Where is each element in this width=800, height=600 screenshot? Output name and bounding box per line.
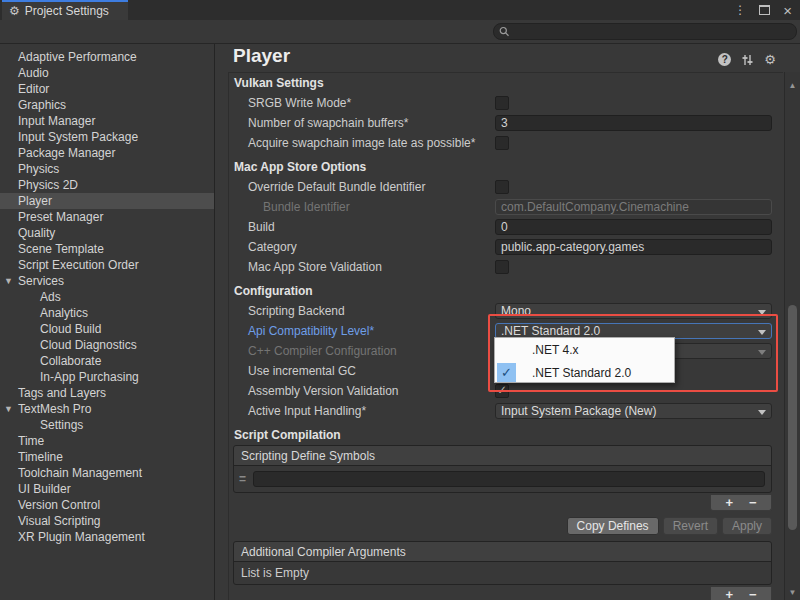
search-box[interactable] xyxy=(493,23,797,40)
search-icon xyxy=(499,26,509,37)
sidebar-item-in-app-purchasing[interactable]: In-App Purchasing xyxy=(0,369,214,385)
empty-list-label: List is Empty xyxy=(234,562,771,584)
maximize-icon[interactable] xyxy=(759,5,770,15)
sidebar-item-label: Services xyxy=(18,274,64,288)
sidebar-item-collaborate[interactable]: Collaborate xyxy=(0,353,214,369)
acquire-swapchain-checkbox[interactable] xyxy=(495,136,509,150)
swapchain-buffers-input[interactable] xyxy=(495,115,772,131)
row-category: Category xyxy=(233,237,772,257)
define-symbol-input[interactable] xyxy=(253,471,765,487)
field-label: Override Default Bundle Identifier xyxy=(233,180,495,194)
sidebar-item-input-manager[interactable]: Input Manager xyxy=(0,113,214,129)
field-label: Acquire swapchain image late as possible… xyxy=(233,136,495,150)
dropdown-option-net-4x[interactable]: .NET 4.x xyxy=(495,338,674,361)
field-label: Active Input Handling* xyxy=(233,404,495,418)
row-swapchain-buffers: Number of swapchain buffers* xyxy=(233,113,772,133)
assembly-validation-checkbox[interactable] xyxy=(495,384,509,398)
settings-scroll-area: Vulkan Settings SRGB Write Mode* Number … xyxy=(228,72,783,600)
field-label: C++ Compiler Configuration xyxy=(233,344,495,358)
srgb-write-mode-checkbox[interactable] xyxy=(495,96,509,110)
scripting-backend-dropdown[interactable]: Mono xyxy=(495,303,772,319)
sidebar-item-version-control[interactable]: Version Control xyxy=(0,497,214,513)
define-symbols-header: Scripting Define Symbols xyxy=(234,446,771,466)
window-menu-icon[interactable]: ⋮ xyxy=(734,3,746,17)
sidebar-item-preset-manager[interactable]: Preset Manager xyxy=(0,209,214,225)
sidebar-item-cloud-diagnostics[interactable]: Cloud Diagnostics xyxy=(0,337,214,353)
expander-icon[interactable]: ▼ xyxy=(4,273,13,289)
sidebar-item-textmesh-pro[interactable]: ▼ TextMesh Pro xyxy=(0,401,214,417)
tab-project-settings[interactable]: ⚙ Project Settings xyxy=(2,0,128,20)
add-button[interactable]: + xyxy=(725,496,733,509)
sidebar-item-analytics[interactable]: Analytics xyxy=(0,305,214,321)
sidebar-item-timeline[interactable]: Timeline xyxy=(0,449,214,465)
vertical-scrollbar[interactable]: ▲ ▼ xyxy=(784,72,800,600)
field-label: SRGB Write Mode* xyxy=(233,96,495,110)
row-bundle-identifier: Bundle Identifier xyxy=(233,197,772,217)
settings-gear-icon: ⚙ xyxy=(9,5,20,17)
scrollbar-thumb[interactable] xyxy=(788,305,797,530)
sidebar-item-scene-template[interactable]: Scene Template xyxy=(0,241,214,257)
override-bundle-id-checkbox[interactable] xyxy=(495,180,509,194)
add-button[interactable]: + xyxy=(725,588,733,600)
mac-validation-checkbox[interactable] xyxy=(495,260,509,274)
remove-button[interactable]: − xyxy=(749,588,757,600)
sidebar-item-tags-and-layers[interactable]: Tags and Layers xyxy=(0,385,214,401)
sidebar-item-time[interactable]: Time xyxy=(0,433,214,449)
scroll-down-icon[interactable]: ▼ xyxy=(785,588,800,597)
row-assembly-validation: Assembly Version Validation xyxy=(233,381,772,401)
scroll-up-icon[interactable]: ▲ xyxy=(785,81,800,90)
additional-compiler-arguments-box: Additional Compiler Arguments List is Em… xyxy=(233,541,772,585)
preset-icon[interactable] xyxy=(741,54,754,66)
gear-icon[interactable]: ⚙ xyxy=(764,53,776,66)
row-srgb-write-mode: SRGB Write Mode* xyxy=(233,93,772,113)
selected-check-icon: ✓ xyxy=(497,363,516,382)
row-scripting-backend: Scripting Backend Mono xyxy=(233,301,772,321)
scripting-define-symbols-box: Scripting Define Symbols = xyxy=(233,445,772,493)
title-bar: ⚙ Project Settings ⋮ × xyxy=(0,0,800,20)
row-mac-validation: Mac App Store Validation xyxy=(233,257,772,277)
api-compatibility-popup: .NET 4.x ✓ .NET Standard 2.0 xyxy=(494,337,675,383)
sidebar-item-package-manager[interactable]: Package Manager xyxy=(0,145,214,161)
sidebar-item-visual-scripting[interactable]: Visual Scripting xyxy=(0,513,214,529)
dropdown-option-net-standard-20[interactable]: ✓ .NET Standard 2.0 xyxy=(495,361,674,384)
sidebar-item-physics-2d[interactable]: Physics 2D xyxy=(0,177,214,193)
search-input[interactable] xyxy=(513,24,796,39)
remove-button[interactable]: − xyxy=(749,496,757,509)
toolbar xyxy=(0,20,800,44)
field-label: Mac App Store Validation xyxy=(233,260,495,274)
sidebar-item-toolchain-management[interactable]: Toolchain Management xyxy=(0,465,214,481)
sidebar-item-input-system-package[interactable]: Input System Package xyxy=(0,129,214,145)
sidebar-item-tmp-settings[interactable]: Settings xyxy=(0,417,214,433)
active-input-handling-dropdown[interactable]: Input System Package (New) xyxy=(495,403,772,419)
field-label: Number of swapchain buffers* xyxy=(233,116,495,130)
expander-icon[interactable]: ▼ xyxy=(4,401,13,417)
sidebar-item-physics[interactable]: Physics xyxy=(0,161,214,177)
sidebar-item-ads[interactable]: Ads xyxy=(0,289,214,305)
drag-handle-icon[interactable]: = xyxy=(239,472,245,486)
help-icon[interactable]: ? xyxy=(718,53,731,66)
sidebar-item-graphics[interactable]: Graphics xyxy=(0,97,214,113)
copy-defines-button[interactable]: Copy Defines xyxy=(567,517,659,535)
tab-title: Project Settings xyxy=(25,4,109,18)
sidebar-item-editor[interactable]: Editor xyxy=(0,81,214,97)
section-script-compilation: Script Compilation xyxy=(233,425,772,445)
close-icon[interactable]: × xyxy=(783,3,792,18)
sidebar-item-script-execution-order[interactable]: Script Execution Order xyxy=(0,257,214,273)
page-title: Player xyxy=(233,45,290,67)
build-input[interactable] xyxy=(495,219,772,235)
sidebar-item-adaptive-performance[interactable]: Adaptive Performance xyxy=(0,49,214,65)
category-input[interactable] xyxy=(495,239,772,255)
bundle-identifier-input xyxy=(495,199,772,215)
sidebar-item-quality[interactable]: Quality xyxy=(0,225,214,241)
dropdown-option-label: .NET Standard 2.0 xyxy=(532,366,631,380)
revert-button: Revert xyxy=(663,517,718,535)
sidebar-item-cloud-build[interactable]: Cloud Build xyxy=(0,321,214,337)
sidebar-item-xr-plugin-management[interactable]: XR Plugin Management xyxy=(0,529,214,545)
field-label: Use incremental GC xyxy=(233,364,495,378)
field-label: Scripting Backend xyxy=(233,304,495,318)
player-settings-panel: Player ? ⚙ Vulkan Settings SRGB Write Mo… xyxy=(216,44,800,600)
sidebar-item-ui-builder[interactable]: UI Builder xyxy=(0,481,214,497)
sidebar-item-player[interactable]: Player xyxy=(0,193,214,209)
sidebar-item-audio[interactable]: Audio xyxy=(0,65,214,81)
sidebar-item-services[interactable]: ▼ Services xyxy=(0,273,214,289)
